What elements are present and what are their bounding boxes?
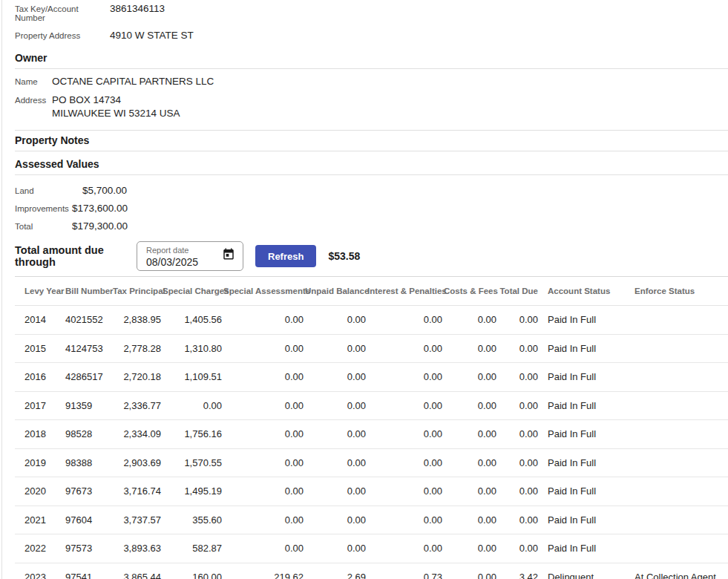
refresh-button[interactable]: Refresh <box>255 245 316 267</box>
cell-enforce-status <box>627 448 728 477</box>
cell-interest-penalties: 0.00 <box>367 477 444 506</box>
cell-levy-year: 2020 <box>15 477 65 506</box>
cell-interest-penalties: 0.00 <box>367 306 444 335</box>
owner-address-row: Address PO BOX 14734 MILWAUKEE WI 53214 … <box>15 94 728 120</box>
cell-interest-penalties: 0.00 <box>367 334 444 363</box>
cell-special-charges: 1,756.16 <box>163 420 223 449</box>
levy-table-row: 2021976043,737.57355.600.000.000.000.000… <box>15 506 728 534</box>
calendar-icon[interactable] <box>222 247 235 261</box>
cell-tax-principal: 3,893.63 <box>113 534 163 563</box>
report-date-field[interactable]: Report date 08/03/2025 <box>137 241 243 271</box>
cell-unpaid-balance: 0.00 <box>305 391 367 420</box>
cell-special-assessments: 0.00 <box>223 448 305 477</box>
cell-unpaid-balance: 0.00 <box>305 306 367 335</box>
cell-levy-year: 2016 <box>15 363 65 392</box>
land-value: $5,700.00 <box>72 185 127 196</box>
col-enforce-status: Enforce Status <box>627 277 728 306</box>
cell-total-due: 0.00 <box>498 391 540 420</box>
cell-account-status: Paid In Full <box>540 477 627 506</box>
assessed-values-heading: Assessed Values <box>15 158 728 170</box>
cell-special-assessments: 0.00 <box>223 506 305 534</box>
col-interest-penalties: Interest & Penalties <box>367 277 444 306</box>
levy-table-row: 2020976733,716.741,495.190.000.000.000.0… <box>15 477 728 506</box>
cell-unpaid-balance: 0.00 <box>305 420 367 449</box>
cell-special-charges: 1,570.55 <box>163 448 223 477</box>
cell-enforce-status: At Collection Agent <box>627 563 728 579</box>
levy-table-row: 2022975733,893.63582.870.000.000.000.000… <box>15 534 728 563</box>
cell-bill-number: 4286517 <box>65 363 113 392</box>
cell-account-status: Paid In Full <box>540 306 627 335</box>
cell-unpaid-balance: 0.00 <box>305 334 367 363</box>
cell-special-assessments: 0.00 <box>223 363 305 392</box>
owner-address-value: PO BOX 14734 MILWAUKEE WI 53214 USA <box>52 94 180 120</box>
cell-levy-year: 2015 <box>15 334 65 363</box>
cell-levy-year: 2018 <box>15 420 65 449</box>
cell-levy-year: 2022 <box>15 534 65 563</box>
cell-interest-penalties: 0.00 <box>367 534 444 563</box>
cell-bill-number: 97604 <box>65 506 113 534</box>
cell-special-assessments: 219.62 <box>223 563 305 579</box>
cell-costs-fees: 0.00 <box>444 420 498 449</box>
improvements-value: $173,600.00 <box>72 203 127 214</box>
cell-enforce-status <box>627 420 728 449</box>
cell-account-status: Paid In Full <box>540 363 627 392</box>
cell-special-charges: 1,495.19 <box>163 477 223 506</box>
cell-enforce-status <box>627 306 728 335</box>
cell-account-status: Paid In Full <box>540 420 627 449</box>
cell-interest-penalties: 0.73 <box>367 563 444 579</box>
cell-account-status: Paid In Full <box>540 534 627 563</box>
levy-table-row: 2018985282,334.091,756.160.000.000.000.0… <box>15 420 728 449</box>
cell-unpaid-balance: 0.00 <box>305 534 367 563</box>
cell-unpaid-balance: 0.00 <box>305 448 367 477</box>
levy-year-table: Levy Year Bill Number Tax Principal Spec… <box>15 277 728 579</box>
col-total-due: Total Due <box>498 277 540 306</box>
cell-special-charges: 1,310.80 <box>163 334 223 363</box>
cell-bill-number: 97673 <box>65 477 113 506</box>
cell-special-charges: 1,109.51 <box>163 363 223 392</box>
owner-name-label: Name <box>15 77 52 86</box>
levy-table-header: Levy Year Bill Number Tax Principal Spec… <box>15 277 728 306</box>
property-tax-page: Tax Key/Account Number 3861346113 Proper… <box>1 0 728 579</box>
assessed-land-row: Land $5,700.00 <box>15 178 728 196</box>
property-address-label: Property Address <box>15 31 110 40</box>
owner-section-divider <box>15 130 728 131</box>
cell-account-status: Delinquent <box>540 563 627 579</box>
total-due-section: Total amount due through Report date 08/… <box>15 241 728 272</box>
cell-total-due: 0.00 <box>498 334 540 363</box>
levy-table-row: 2019983882,903.691,570.550.000.000.000.0… <box>15 448 728 477</box>
cell-bill-number: 97573 <box>65 534 113 563</box>
cell-total-due: 0.00 <box>498 420 540 449</box>
total-assessed-value: $179,300.00 <box>72 220 127 232</box>
col-costs-fees: Costs & Fees <box>444 277 498 306</box>
cell-bill-number: 91359 <box>65 391 113 420</box>
cell-costs-fees: 0.00 <box>444 477 498 506</box>
cell-tax-principal: 3,716.74 <box>113 477 163 506</box>
cell-unpaid-balance: 0.00 <box>305 477 367 506</box>
property-address-value: 4910 W STATE ST <box>110 30 194 41</box>
land-label: Land <box>15 186 72 195</box>
cell-special-charges: 355.60 <box>163 506 223 534</box>
report-date-value[interactable]: 08/03/2025 <box>146 256 198 268</box>
cell-account-status: Paid In Full <box>540 391 627 420</box>
cell-tax-principal: 2,720.18 <box>113 363 163 392</box>
cell-costs-fees: 0.00 <box>444 563 498 579</box>
owner-address-line2: MILWAUKEE WI 53214 USA <box>52 108 180 119</box>
improvements-label: Improvements <box>15 204 72 213</box>
cell-bill-number: 98388 <box>65 448 113 477</box>
tax-key-label: Tax Key/Account Number <box>15 4 110 22</box>
owner-name-row: Name OCTANE CAPITAL PARTNERS LLC <box>15 76 728 87</box>
cell-tax-principal: 2,334.09 <box>113 420 163 449</box>
levy-table-row: 2017913592,336.770.000.000.000.000.000.0… <box>15 391 728 420</box>
cell-levy-year: 2017 <box>15 391 65 420</box>
cell-costs-fees: 0.00 <box>444 448 498 477</box>
cell-costs-fees: 0.00 <box>444 391 498 420</box>
owner-name-value: OCTANE CAPITAL PARTNERS LLC <box>52 76 214 87</box>
col-bill-number: Bill Number <box>65 277 113 306</box>
cell-levy-year: 2014 <box>15 306 65 335</box>
owner-heading-rule <box>15 68 728 69</box>
cell-bill-number: 98528 <box>65 420 113 449</box>
total-assessed-label: Total <box>15 222 72 231</box>
cell-tax-principal: 3,737.57 <box>113 506 163 534</box>
owner-heading: Owner <box>15 52 728 64</box>
cell-total-due: 0.00 <box>498 363 540 392</box>
